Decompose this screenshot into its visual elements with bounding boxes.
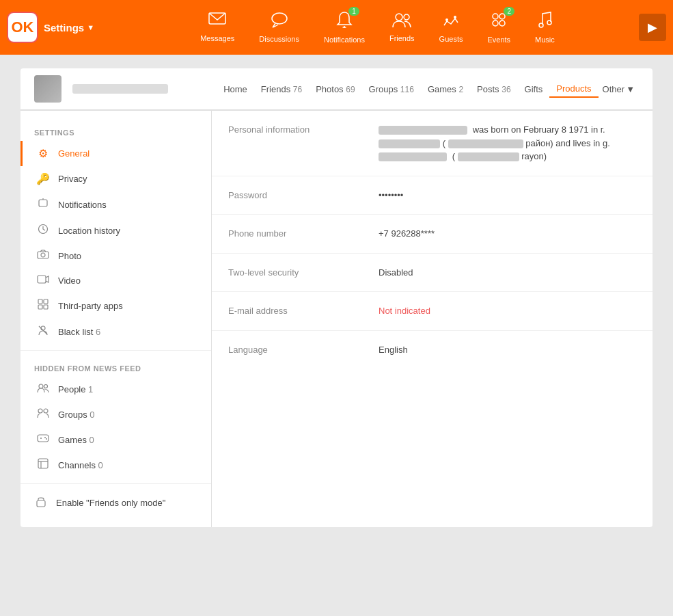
settings-row-password: Password •••••••• bbox=[212, 176, 653, 215]
personal-info-value: was born on February 8 1971 in г. ( райо… bbox=[379, 123, 636, 163]
app-logo[interactable]: OK bbox=[7, 12, 38, 43]
groups-icon bbox=[36, 407, 50, 421]
svg-rect-30 bbox=[38, 435, 49, 442]
key-icon: 🔑 bbox=[36, 172, 50, 185]
games-icon bbox=[36, 433, 50, 446]
sidebar-item-general[interactable]: ⚙ General bbox=[20, 141, 211, 166]
profile-nav-friends[interactable]: Friends 76 bbox=[254, 81, 309, 97]
svg-rect-35 bbox=[38, 459, 48, 468]
nav-item-guests[interactable]: Guests bbox=[427, 0, 476, 55]
nav-item-discussions[interactable]: Discussions bbox=[247, 0, 312, 55]
events-icon: 2 bbox=[490, 11, 508, 33]
svg-point-11 bbox=[499, 21, 505, 26]
svg-point-5 bbox=[404, 14, 409, 20]
two-level-security-label: Two-level security bbox=[228, 266, 365, 278]
play-button[interactable]: ▶ bbox=[639, 14, 666, 41]
settings-title[interactable]: Settings ▼ bbox=[44, 22, 94, 34]
nav-item-events[interactable]: 2 Events bbox=[475, 0, 523, 55]
people-icon bbox=[36, 383, 50, 395]
friends-icon bbox=[392, 12, 412, 31]
sidebar-item-channels[interactable]: Channels 0 bbox=[20, 452, 211, 478]
svg-point-24 bbox=[41, 326, 45, 330]
top-navigation: OK Settings ▼ Messages bbox=[0, 0, 673, 55]
sidebar-item-people[interactable]: People 1 bbox=[20, 377, 211, 401]
phone-label: Phone number bbox=[228, 227, 365, 239]
svg-rect-21 bbox=[44, 299, 48, 304]
svg-point-6 bbox=[445, 18, 448, 21]
main-layout: SETTINGS ⚙ General 🔑 Privacy Notificatio… bbox=[20, 111, 653, 527]
profile-nav-games[interactable]: Games 2 bbox=[421, 81, 470, 97]
personal-info-label: Personal information bbox=[228, 123, 365, 135]
svg-point-28 bbox=[38, 409, 42, 413]
svg-rect-38 bbox=[37, 500, 45, 507]
sidebar-item-black-list[interactable]: Black list 6 bbox=[20, 319, 211, 345]
svg-rect-20 bbox=[38, 299, 42, 304]
settings-content: Personal information was born on Februar… bbox=[212, 111, 653, 527]
video-icon bbox=[36, 274, 50, 286]
password-value: •••••••• bbox=[379, 189, 636, 202]
profile-nav-other[interactable]: Other ▼ bbox=[599, 81, 639, 97]
profile-nav-groups[interactable]: Groups 116 bbox=[362, 81, 421, 97]
sidebar-item-privacy[interactable]: 🔑 Privacy bbox=[20, 166, 211, 191]
sidebar-item-groups[interactable]: Groups 0 bbox=[20, 401, 211, 427]
nav-item-notifications[interactable]: 1 Notifications bbox=[312, 0, 377, 55]
notifications-sidebar-icon bbox=[36, 198, 50, 211]
language-label: Language bbox=[228, 343, 365, 355]
svg-point-1 bbox=[272, 13, 287, 24]
email-label: E-mail address bbox=[228, 304, 365, 316]
clock-icon bbox=[36, 224, 50, 237]
sidebar-divider-2 bbox=[20, 483, 211, 484]
sidebar-item-friends-only-mode[interactable]: Enable "Friends only mode" bbox=[20, 490, 211, 516]
phone-value: +7 926288**** bbox=[379, 227, 636, 241]
two-level-security-value: Disabled bbox=[379, 266, 636, 280]
svg-point-27 bbox=[44, 385, 48, 388]
profile-nav-gifts[interactable]: Gifts bbox=[518, 81, 550, 97]
sidebar-item-location-history[interactable]: Location history bbox=[20, 217, 211, 243]
profile-name bbox=[72, 84, 168, 94]
svg-point-34 bbox=[46, 438, 47, 440]
discussions-icon bbox=[271, 12, 288, 32]
music-icon bbox=[537, 11, 552, 33]
events-badge: 2 bbox=[504, 7, 514, 16]
notifications-icon: 1 bbox=[336, 11, 353, 33]
sidebar-item-video[interactable]: Video bbox=[20, 268, 211, 293]
profile-nav-photos[interactable]: Photos 69 bbox=[309, 81, 361, 97]
svg-point-10 bbox=[493, 21, 498, 26]
svg-point-7 bbox=[454, 16, 456, 18]
apps-icon bbox=[36, 299, 50, 312]
svg-rect-23 bbox=[44, 305, 48, 309]
sidebar-item-third-party-apps[interactable]: Third-party apps bbox=[20, 293, 211, 319]
profile-nav-posts[interactable]: Posts 36 bbox=[470, 81, 517, 97]
profile-nav-products[interactable]: Products bbox=[549, 81, 598, 98]
svg-rect-22 bbox=[38, 305, 42, 309]
password-label: Password bbox=[228, 189, 365, 200]
nav-right: ▶ bbox=[639, 14, 666, 41]
svg-rect-19 bbox=[38, 276, 46, 283]
logo-area: OK Settings ▼ bbox=[7, 12, 116, 43]
settings-row-two-level-security: Two-level security Disabled bbox=[212, 254, 653, 293]
blacklist-icon bbox=[36, 325, 50, 338]
avatar bbox=[34, 75, 61, 103]
nav-item-music[interactable]: Music bbox=[523, 0, 567, 55]
messages-icon bbox=[208, 12, 226, 31]
gear-icon: ⚙ bbox=[36, 147, 50, 160]
guests-icon bbox=[441, 12, 461, 32]
email-value: Not indicated bbox=[379, 304, 636, 318]
hidden-section-title: HIDDEN FROM NEWS FEED bbox=[20, 356, 211, 377]
svg-point-29 bbox=[44, 409, 48, 413]
notifications-badge: 1 bbox=[348, 7, 359, 16]
sidebar-item-notifications[interactable]: Notifications bbox=[20, 191, 211, 217]
svg-point-8 bbox=[493, 14, 498, 19]
profile-navigation: Home Friends 76 Photos 69 Groups 116 Gam… bbox=[217, 81, 639, 98]
sidebar-divider bbox=[20, 350, 211, 351]
sidebar-item-games[interactable]: Games 0 bbox=[20, 427, 211, 452]
sidebar-item-photo[interactable]: Photo bbox=[20, 243, 211, 268]
svg-point-18 bbox=[41, 253, 45, 257]
svg-point-12 bbox=[539, 23, 543, 27]
profile-nav-home[interactable]: Home bbox=[217, 81, 254, 97]
settings-row-personal-info: Personal information was born on Februar… bbox=[212, 111, 653, 176]
nav-item-friends[interactable]: Friends bbox=[377, 0, 427, 55]
top-nav-icons: Messages Discussions 1 Notifica bbox=[116, 0, 639, 55]
nav-item-messages[interactable]: Messages bbox=[188, 0, 247, 55]
svg-point-26 bbox=[39, 384, 43, 388]
